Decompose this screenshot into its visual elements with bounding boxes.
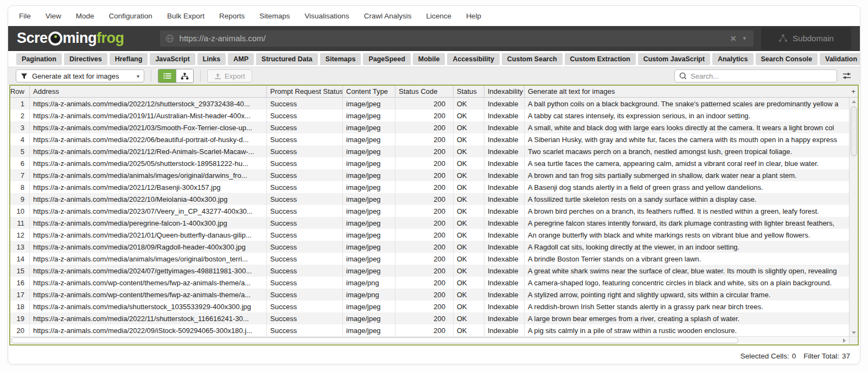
export-button[interactable]: Export: [207, 69, 252, 82]
cell-content-type[interactable]: image/jpeg: [343, 157, 395, 169]
cell-address[interactable]: https://a-z-animals.com/media/2021/12/Ba…: [30, 181, 267, 193]
cell-status-code[interactable]: 200: [395, 229, 454, 241]
menu-item[interactable]: Sitemaps: [259, 12, 290, 20]
cell-status[interactable]: OK: [454, 324, 484, 336]
tab[interactable]: Validation: [820, 53, 860, 65]
cell-status[interactable]: OK: [454, 253, 484, 265]
cell-content-type[interactable]: image/jpeg: [343, 324, 395, 336]
subdomain-button[interactable]: Subdomain: [761, 27, 851, 50]
cell-status-code[interactable]: 200: [395, 193, 454, 205]
cell-content-type[interactable]: image/jpeg: [343, 145, 395, 157]
cell-address[interactable]: https://a-z-animals.com/media/animals/im…: [30, 253, 267, 265]
cell-status-code[interactable]: 200: [395, 110, 454, 121]
column-header-status-code[interactable]: Status Code: [395, 86, 454, 97]
cell-status[interactable]: OK: [454, 265, 484, 277]
cell-row-number[interactable]: 13: [10, 241, 30, 253]
list-view-button[interactable]: [158, 69, 176, 82]
tab[interactable]: Mobile: [413, 53, 445, 65]
cell-content-type[interactable]: image/jpeg: [343, 98, 395, 110]
column-header-content-type[interactable]: Content Type: [343, 86, 395, 97]
cell-content-type[interactable]: image/jpeg: [343, 241, 395, 253]
cell-address[interactable]: https://a-z-animals.com/media/2021/01/Qu…: [30, 229, 267, 241]
cell-status-code[interactable]: 200: [395, 157, 454, 169]
cell-prompt-request-status[interactable]: Success: [267, 277, 343, 289]
cell-alt-text[interactable]: A peregrine falcon stares intently forwa…: [525, 217, 849, 229]
tab[interactable]: Sitemaps: [320, 53, 361, 65]
cell-prompt-request-status[interactable]: Success: [267, 312, 343, 324]
tab[interactable]: Directives: [64, 53, 107, 65]
cell-indexability[interactable]: Indexable: [484, 277, 525, 289]
tab[interactable]: Search Console: [756, 53, 818, 65]
table-row[interactable]: 19 https://a-z-animals.com/media/2022/11…: [10, 312, 849, 324]
cell-prompt-request-status[interactable]: Success: [267, 265, 343, 277]
cell-prompt-request-status[interactable]: Success: [267, 205, 343, 217]
cell-row-number[interactable]: 20: [10, 324, 30, 336]
cell-alt-text[interactable]: A ball python coils on a black backgroun…: [525, 98, 849, 110]
cell-content-type[interactable]: image/jpeg: [343, 253, 395, 265]
cell-status[interactable]: OK: [454, 205, 484, 217]
cell-status-code[interactable]: 200: [395, 300, 454, 312]
table-row[interactable]: 11 https://a-z-animals.com/media/peregri…: [10, 217, 849, 229]
scroll-down-icon[interactable]: [850, 329, 858, 336]
cell-address[interactable]: https://a-z-animals.com/media/2019/11/Au…: [30, 110, 267, 121]
table-row[interactable]: 12 https://a-z-animals.com/media/2021/01…: [10, 229, 849, 241]
cell-status[interactable]: OK: [454, 169, 484, 181]
cell-row-number[interactable]: 11: [10, 217, 30, 229]
cell-status[interactable]: OK: [454, 229, 484, 241]
cell-row-number[interactable]: 16: [10, 277, 30, 289]
cell-indexability[interactable]: Indexable: [484, 229, 525, 241]
menu-item[interactable]: Licence: [426, 12, 452, 20]
cell-prompt-request-status[interactable]: Success: [267, 229, 343, 241]
cell-address[interactable]: https://a-z-animals.com/media/peregrine-…: [30, 217, 267, 229]
cell-prompt-request-status[interactable]: Success: [267, 217, 343, 229]
cell-row-number[interactable]: 3: [10, 121, 30, 133]
tab[interactable]: Custom JavaScript: [638, 53, 710, 65]
cell-alt-text[interactable]: A stylized arrow, pointing right and sli…: [525, 289, 849, 300]
cell-prompt-request-status[interactable]: Success: [267, 169, 343, 181]
table-row[interactable]: 5 https://a-z-animals.com/media/2021/12/…: [10, 145, 849, 157]
table-row[interactable]: 14 https://a-z-animals.com/media/animals…: [10, 253, 849, 265]
cell-row-number[interactable]: 14: [10, 253, 30, 265]
cell-content-type[interactable]: image/jpeg: [343, 133, 395, 145]
tab[interactable]: JavaScript: [150, 53, 195, 65]
cell-status[interactable]: OK: [454, 181, 484, 193]
cell-address[interactable]: https://a-z-animals.com/media/2023/07/Ve…: [30, 205, 267, 217]
cell-alt-text[interactable]: A brindle Boston Terrier stands on a vib…: [525, 253, 849, 265]
vertical-scrollbar-thumb[interactable]: [851, 106, 857, 156]
cell-alt-text[interactable]: A camera-shaped logo, featuring concentr…: [525, 277, 849, 289]
cell-row-number[interactable]: 19: [10, 312, 30, 324]
table-row[interactable]: 10 https://a-z-animals.com/media/2023/07…: [10, 205, 849, 217]
cell-status[interactable]: OK: [454, 98, 484, 110]
cell-row-number[interactable]: 1: [10, 98, 30, 110]
cell-indexability[interactable]: Indexable: [484, 241, 525, 253]
cell-alt-text[interactable]: Two scarlet macaws perch on a branch, ne…: [525, 145, 849, 157]
url-history-caret-icon[interactable]: ▾: [741, 35, 748, 42]
cell-prompt-request-status[interactable]: Success: [267, 145, 343, 157]
cell-alt-text[interactable]: A brown and tan frog sits partially subm…: [525, 169, 849, 181]
horizontal-scrollbar[interactable]: [10, 336, 849, 344]
column-header-address[interactable]: Address: [30, 86, 267, 97]
menu-item[interactable]: Bulk Export: [167, 12, 205, 20]
cell-status[interactable]: OK: [454, 289, 484, 300]
cell-status[interactable]: OK: [454, 241, 484, 253]
cell-address[interactable]: https://a-z-animals.com/media/2025/05/sh…: [30, 157, 267, 169]
tab[interactable]: Analytics: [712, 53, 754, 65]
cell-address[interactable]: https://a-z-animals.com/media/shuttersto…: [30, 300, 267, 312]
cell-row-number[interactable]: 4: [10, 133, 30, 145]
cell-row-number[interactable]: 12: [10, 229, 30, 241]
cell-content-type[interactable]: image/jpeg: [343, 193, 395, 205]
clear-url-icon[interactable]: ✕: [726, 34, 741, 43]
menu-item[interactable]: Crawl Analysis: [364, 12, 412, 20]
cell-content-type[interactable]: image/jpeg: [343, 181, 395, 193]
tab[interactable]: Custom Search: [502, 53, 563, 65]
cell-indexability[interactable]: Indexable: [484, 324, 525, 336]
cell-address[interactable]: https://a-z-animals.com/wp-content/theme…: [30, 277, 267, 289]
cell-content-type[interactable]: image/jpeg: [343, 110, 395, 121]
cell-content-type[interactable]: image/jpeg: [343, 312, 395, 324]
cell-alt-text[interactable]: A large brown bear emerges from a river,…: [525, 312, 849, 324]
cell-address[interactable]: https://a-z-animals.com/media/2018/09/Ra…: [30, 241, 267, 253]
cell-content-type[interactable]: image/jpeg: [343, 229, 395, 241]
cell-content-type[interactable]: image/jpeg: [343, 121, 395, 133]
search-field[interactable]: [674, 69, 837, 82]
tab[interactable]: Pagination: [16, 53, 62, 65]
